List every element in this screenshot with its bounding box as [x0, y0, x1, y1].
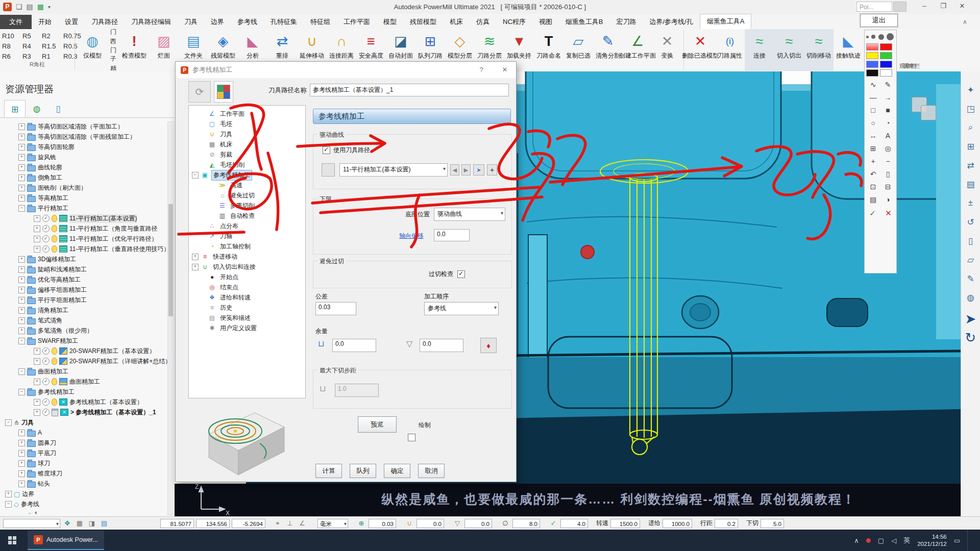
check-icon[interactable] — [42, 398, 50, 406]
ribbon-button-烂面[interactable]: ▨烂面 — [149, 29, 179, 71]
item-label[interactable]: 边界 — [22, 490, 34, 498]
color-swatch[interactable] — [866, 69, 878, 77]
dialog-tree-item[interactable]: ❖ 进给和转速 — [189, 292, 305, 303]
dialog-tree-item[interactable]: ◎ 结束点 — [189, 282, 305, 292]
ribbon-tab[interactable]: 特征组 — [304, 15, 337, 29]
color-swatch[interactable] — [880, 69, 892, 77]
item-label[interactable]: 11-平行精加工（角度与垂直路径 — [69, 224, 157, 233]
queue-button[interactable]: 队列 — [350, 464, 376, 478]
bulb-icon[interactable] — [52, 215, 57, 222]
radial-stock-icon[interactable]: ⊔ — [318, 339, 324, 348]
dialog-tree-item[interactable]: ↗ 刀轴 — [189, 231, 305, 241]
gouge-check-checkbox[interactable] — [457, 270, 465, 278]
expander-icon[interactable]: + — [34, 226, 40, 232]
item-label[interactable]: 参考线精加工 — [38, 388, 75, 396]
tree-item[interactable]: + 旋风铣 — [1, 152, 167, 162]
dialog-tree-item[interactable]: + ≡ 快进移动 — [189, 252, 305, 262]
volume-icon[interactable]: ◁ — [891, 537, 896, 544]
tree-item[interactable]: + 偏移平坦面精加工 — [1, 285, 167, 295]
cursor-tool-icon[interactable]: ➤ — [965, 311, 976, 321]
expander-icon[interactable]: + — [34, 409, 40, 416]
annotation-tool-icon[interactable]: ↶ — [866, 170, 880, 180]
confirm-icon[interactable]: ✓ — [869, 209, 876, 218]
tree-item[interactable]: + 平底刀 — [1, 448, 167, 458]
view-tool-icon[interactable]: ▯ — [968, 236, 973, 246]
tree-item[interactable]: + 11-平行精加工（优化平行路径） — [1, 234, 167, 244]
radial-stock-input[interactable]: 0.0 — [332, 339, 376, 352]
status-field[interactable]: ∠ — [297, 519, 307, 527]
color-swatch[interactable] — [866, 52, 878, 59]
setting-label[interactable]: 便笺和描述 — [218, 313, 252, 323]
ribbon-tab[interactable]: 模型 — [377, 15, 403, 29]
r-value[interactable]: R10 — [2, 31, 22, 41]
setting-label[interactable]: 高速 — [229, 181, 244, 190]
nav-cube-front-icon[interactable] — [921, 105, 936, 120]
view-tool-icon[interactable]: ✦ — [967, 85, 974, 95]
taskbar-app-button[interactable]: P Autodesk Power... — [28, 531, 104, 550]
ribbon-button-复制已选[interactable]: ▱复制已选 — [564, 29, 593, 71]
ribbon-tab[interactable]: 孔特征集 — [264, 15, 304, 29]
dialog-tree-item[interactable]: ⌂ 避免过切 — [189, 190, 305, 201]
check-icon[interactable] — [42, 347, 50, 355]
expander-icon[interactable]: + — [34, 215, 40, 222]
expander-icon[interactable]: + — [18, 317, 25, 324]
check-icon[interactable] — [42, 409, 50, 416]
dialog-tree-item[interactable]: ∪ 刀具 — [189, 129, 305, 139]
expander-icon[interactable]: + — [18, 174, 25, 181]
item-label[interactable]: 圆鼻刀 — [38, 439, 56, 447]
status-field[interactable]: ▦ — [75, 519, 85, 527]
tree-item[interactable]: + 11-平行精加工(基本设置) — [1, 213, 167, 223]
ribbon-button-切削移动[interactable]: ≈切削移动 — [804, 29, 834, 71]
view-tool-icon[interactable]: ▤ — [966, 179, 974, 189]
ribbon-button-连接[interactable]: ≈连接 — [745, 29, 774, 71]
ribbon-button-接触轨迹[interactable]: ◣接触轨迹 — [834, 29, 863, 71]
tree-item[interactable]: + 锥度球刀 — [1, 468, 167, 479]
draw-checkbox[interactable] — [408, 434, 415, 441]
status-field[interactable]: 8.0 — [512, 519, 540, 528]
setting-label[interactable]: 剪裁 — [218, 150, 234, 160]
item-label[interactable]: > 参考线精加工（基本设置）_1 — [70, 408, 156, 417]
tree-item[interactable]: + 清角精加工 — [1, 305, 167, 315]
pen-size-dot[interactable] — [866, 36, 869, 38]
status-field[interactable]: ◨ — [87, 519, 97, 527]
status-field[interactable]: ⊕ — [356, 519, 366, 527]
view-tool-icon[interactable]: ⇄ — [967, 160, 974, 170]
dialog-tree-item[interactable]: ▦ 机床 — [189, 139, 305, 149]
item-label[interactable]: 平行精加工 — [38, 204, 68, 213]
expander-icon[interactable]: + — [18, 154, 25, 161]
item-label[interactable]: 旋风铣 — [38, 153, 56, 162]
annotation-tool-icon[interactable]: ✎ — [880, 81, 895, 91]
prev-toolpath-button[interactable]: ◀ — [450, 164, 459, 176]
axial-stock-icon[interactable]: ▽ — [406, 339, 412, 348]
status-field[interactable]: ∪ — [404, 519, 414, 527]
ribbon-button-清角分割[interactable]: ✎清角分割 — [593, 29, 623, 71]
minimize-button[interactable]: – — [917, 2, 932, 10]
item-label[interactable]: 偏移平坦面精加工 — [38, 286, 87, 294]
trash-icon[interactable]: ▯ — [48, 100, 68, 117]
item-label[interactable]: SWARF精加工 — [38, 337, 78, 345]
tree-item[interactable]: − ◇ 参考线 — [1, 499, 167, 509]
tree-item[interactable]: + 20-SWARF精加工（基本设置） — [1, 346, 167, 356]
pen-size-dot[interactable] — [871, 35, 875, 39]
ribbon-tab[interactable]: 文件 — [0, 15, 32, 29]
item-label[interactable]: 笔式清角 — [38, 316, 62, 325]
tree-item[interactable]: + 等高切面区域清除（平面残留加工） — [1, 132, 167, 142]
ribbon-tab[interactable]: 开始 — [32, 15, 58, 29]
bulb-icon[interactable] — [52, 409, 58, 416]
item-label[interactable]: 11-平行精加工（垂直路径使用技巧） — [69, 245, 167, 254]
status-field[interactable]: 1000.0 — [663, 519, 692, 528]
ribbon-button-仅模型[interactable]: ◍仅模型 — [78, 29, 107, 71]
cancel-button[interactable]: 取消 — [418, 464, 445, 478]
item-label[interactable]: 球刀 — [38, 459, 50, 468]
tree-item[interactable]: + 曲线轮廓 — [1, 162, 167, 172]
restore-button[interactable]: ❐ — [936, 2, 951, 10]
setting-label[interactable]: 多重切削 — [229, 201, 256, 211]
r-value[interactable]: R2 — [42, 31, 63, 41]
status-field[interactable]: ✥ — [62, 519, 72, 527]
item-label[interactable]: 等高切面轮廓 — [38, 143, 75, 152]
start-button[interactable] — [8, 536, 16, 544]
bulb-icon[interactable] — [52, 225, 57, 232]
tree-item[interactable]: + 多笔清角（很少用） — [1, 325, 167, 336]
tree-item[interactable]: − 曲面精加工 — [1, 366, 167, 377]
item-label[interactable]: 3D偏移精加工 — [38, 255, 76, 264]
